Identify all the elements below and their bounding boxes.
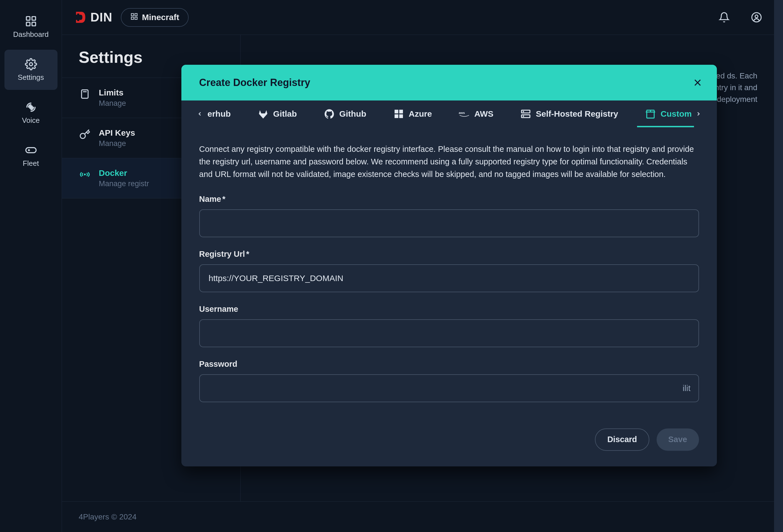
svg-rect-13 bbox=[82, 90, 88, 98]
notifications-button[interactable] bbox=[718, 11, 730, 24]
svg-point-31 bbox=[523, 112, 524, 112]
footer: 4Players © 2024 bbox=[62, 501, 774, 532]
name-input[interactable] bbox=[199, 209, 699, 237]
aws-icon: aws bbox=[459, 108, 470, 120]
tab-label: Self-Hosted Registry bbox=[536, 109, 618, 119]
svg-rect-10 bbox=[135, 17, 137, 19]
tab-selfhosted[interactable]: Self-Hosted Registry bbox=[507, 100, 631, 127]
setting-desc: Manage bbox=[99, 139, 135, 148]
svg-rect-2 bbox=[26, 22, 30, 26]
tab-label: Github bbox=[339, 109, 366, 119]
context-chip[interactable]: Minecraft bbox=[121, 8, 189, 27]
gamepad-icon bbox=[25, 144, 37, 156]
calculator-icon bbox=[79, 88, 91, 100]
field-label-text: Registry Url bbox=[199, 250, 245, 259]
svg-rect-3 bbox=[32, 22, 35, 26]
setting-name: Docker bbox=[99, 168, 149, 178]
sidebar-item-settings[interactable]: Settings bbox=[4, 50, 58, 90]
password-suffix: ilit bbox=[683, 383, 690, 393]
field-label-text: Name bbox=[199, 194, 221, 204]
tab-label: Azure bbox=[409, 109, 432, 119]
github-icon bbox=[324, 108, 335, 120]
topbar: DIN Minecraft bbox=[62, 0, 774, 35]
svg-rect-0 bbox=[26, 17, 30, 20]
sidebar: Dashboard Settings Voice Fleet bbox=[0, 0, 62, 532]
dashboard-icon bbox=[25, 15, 37, 27]
scrollbar[interactable] bbox=[774, 0, 783, 532]
tabs-row: erhub Gitlab Github bbox=[181, 100, 717, 127]
svg-rect-7 bbox=[131, 13, 133, 15]
voice-icon bbox=[25, 101, 37, 113]
sidebar-item-label: Fleet bbox=[23, 159, 39, 168]
field-password: Password ilit bbox=[199, 359, 699, 402]
modal-title: Create Docker Registry bbox=[199, 77, 310, 89]
setting-name: API Keys bbox=[99, 128, 135, 137]
setting-name: Limits bbox=[99, 88, 126, 97]
field-label-text: Username bbox=[199, 305, 238, 314]
close-button[interactable] bbox=[692, 77, 703, 89]
tab-gitlab[interactable]: Gitlab bbox=[244, 100, 310, 127]
create-registry-modal: Create Docker Registry erhub Gitlab bbox=[181, 65, 717, 466]
svg-rect-1 bbox=[32, 17, 35, 20]
modal-description: Connect any registry compatible with the… bbox=[199, 143, 699, 181]
field-label-text: Password bbox=[199, 359, 238, 369]
modal-body: Connect any registry compatible with the… bbox=[181, 127, 717, 423]
tabs-scroll-left[interactable] bbox=[195, 109, 204, 118]
svg-rect-26 bbox=[395, 115, 398, 118]
grid-icon bbox=[130, 12, 138, 22]
modal-header: Create Docker Registry bbox=[181, 65, 717, 100]
sidebar-item-fleet[interactable]: Fleet bbox=[4, 136, 58, 176]
svg-rect-27 bbox=[399, 115, 403, 118]
svg-point-32 bbox=[523, 116, 524, 117]
svg-rect-6 bbox=[77, 13, 79, 21]
save-button[interactable]: Save bbox=[657, 429, 699, 451]
server-icon bbox=[520, 108, 531, 120]
logo-icon bbox=[73, 10, 88, 25]
svg-point-12 bbox=[755, 15, 758, 18]
sidebar-item-label: Voice bbox=[22, 116, 40, 125]
tab-label: AWS bbox=[474, 109, 493, 119]
sidebar-item-dashboard[interactable]: Dashboard bbox=[4, 7, 58, 47]
azure-icon bbox=[393, 108, 404, 120]
copyright: 4Players © 2024 bbox=[79, 512, 136, 522]
svg-rect-9 bbox=[131, 17, 133, 19]
tab-dockerhub[interactable]: erhub bbox=[204, 100, 244, 127]
broadcast-icon bbox=[79, 168, 91, 181]
svg-rect-24 bbox=[395, 110, 398, 113]
discard-button[interactable]: Discard bbox=[595, 429, 649, 451]
profile-button[interactable] bbox=[750, 11, 763, 24]
field-name: Name* bbox=[199, 194, 699, 237]
key-icon bbox=[79, 128, 91, 140]
svg-text:aws: aws bbox=[459, 111, 465, 115]
sidebar-item-label: Dashboard bbox=[13, 30, 49, 39]
gitlab-icon bbox=[257, 108, 269, 120]
tab-label: erhub bbox=[208, 109, 231, 119]
username-input[interactable] bbox=[199, 319, 699, 347]
tab-azure[interactable]: Azure bbox=[380, 100, 445, 127]
svg-point-4 bbox=[29, 63, 32, 66]
sidebar-item-voice[interactable]: Voice bbox=[4, 93, 58, 133]
password-input[interactable] bbox=[199, 374, 699, 402]
context-label: Minecraft bbox=[142, 12, 179, 22]
field-registry-url: Registry Url* bbox=[199, 250, 699, 292]
logo-text: DIN bbox=[90, 10, 113, 24]
field-username: Username bbox=[199, 305, 699, 347]
tabs-scroll-right[interactable] bbox=[694, 109, 703, 118]
tab-custom[interactable]: Custom bbox=[631, 100, 694, 127]
modal-footer: Discard Save bbox=[181, 423, 717, 466]
setting-desc: Manage bbox=[99, 99, 126, 108]
tab-aws[interactable]: aws AWS bbox=[445, 100, 507, 127]
svg-point-5 bbox=[29, 105, 32, 108]
main: DIN Minecraft Settings Limits bbox=[62, 0, 774, 532]
logo[interactable]: DIN bbox=[73, 10, 113, 25]
tab-github[interactable]: Github bbox=[310, 100, 380, 127]
package-icon bbox=[645, 108, 656, 120]
tab-label: Custom bbox=[660, 109, 692, 119]
tab-label: Gitlab bbox=[273, 109, 297, 119]
svg-point-21 bbox=[84, 174, 86, 176]
registry-url-input[interactable] bbox=[199, 264, 699, 292]
gear-icon bbox=[25, 58, 37, 70]
svg-rect-8 bbox=[135, 13, 137, 15]
setting-desc: Manage registr bbox=[99, 180, 149, 188]
svg-rect-25 bbox=[399, 110, 403, 113]
